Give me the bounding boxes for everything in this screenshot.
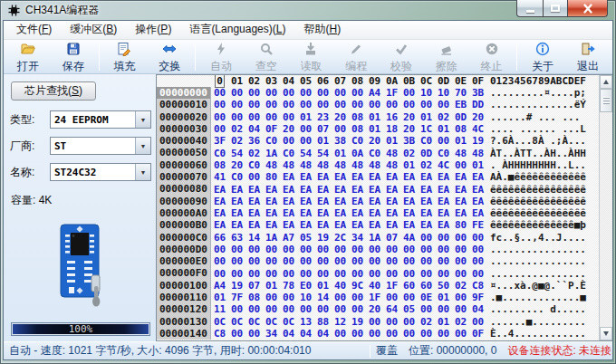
hex-row[interactable]: 000001300C0C0C0C0C1388121900000002010200…	[157, 316, 599, 328]
hex-byte: 48	[469, 148, 486, 159]
about-button[interactable]: 关于	[520, 42, 565, 72]
hex-byte: 00	[297, 244, 314, 255]
save-button[interactable]: 保存	[51, 42, 96, 72]
open-button[interactable]: 打开	[5, 42, 51, 72]
hex-row[interactable]: 00000080EAEAEAEAEAEAEAEAEAEAEAEAEAEAEAEA…	[157, 183, 599, 195]
window-title: CH341A编程器	[25, 3, 99, 18]
hex-byte: EA	[383, 184, 400, 196]
hex-column-label: 0C	[418, 75, 435, 87]
hex-byte: EA	[245, 207, 263, 219]
hex-byte: EA	[332, 219, 349, 231]
hex-row[interactable]: 000000600820C0484848484848484801024C0001…	[157, 159, 599, 171]
hex-row[interactable]: 000000100000000000000000000000000000EBDD…	[157, 99, 599, 110]
row-ascii: ?.6À...8À .;À...	[490, 135, 586, 147]
hex-byte: 01	[435, 123, 452, 135]
menu-item-2[interactable]: 操作(P)	[126, 20, 180, 40]
hex-grid[interactable]: 00102030405060708090A0B0C0D0E0F012345678…	[157, 75, 599, 340]
hex-byte: 48	[383, 148, 400, 159]
row-bytes: 0C0C0C0C0C1388121900000002010200	[210, 316, 486, 328]
vendor-select[interactable]: ST▼	[50, 137, 151, 155]
hex-byte: 00	[349, 255, 366, 267]
hex-byte: 00	[280, 255, 297, 267]
hex-byte: 00	[400, 255, 418, 267]
hex-row[interactable]: 000000C06663141AA705192C341A074A00000000…	[157, 232, 599, 244]
row-address: 000000B0	[157, 219, 210, 231]
hex-byte: 1A	[366, 232, 383, 244]
hex-byte: 7F	[228, 292, 245, 303]
hex-byte: 00	[418, 232, 435, 244]
chip-find-button[interactable]: 芯片查找(S)	[11, 81, 96, 101]
hex-editor: 00102030405060708090A0B0C0D0E0F012345678…	[156, 74, 612, 341]
scrollbar-thumb[interactable]	[600, 89, 612, 112]
row-ascii: È..4............	[490, 328, 586, 340]
hex-row[interactable]: 00000100A419070178E001409C401F60605002C8…	[157, 280, 599, 292]
vendor-label: 厂商:	[10, 139, 50, 154]
fill-button[interactable]: 填充	[102, 42, 148, 72]
hex-byte: 00	[297, 123, 314, 135]
hex-row[interactable]: 00000050C054021AC05454010AC048020DC04848…	[157, 147, 599, 158]
hex-row[interactable]: 000000D000000000000000000000000000000000…	[157, 244, 599, 255]
status-overwrite: 覆盖	[371, 343, 403, 359]
hex-byte: 00	[245, 244, 263, 255]
hex-row[interactable]: 000000B0EAEAEAEAEAEAEAEAEAEAEAEAEAEA80FE…	[157, 219, 599, 231]
hex-byte: 20	[469, 111, 486, 123]
client-area: 文件(F)缓冲区(B)操作(P)语言(Languages)(L)帮助(H) 打开…	[3, 20, 613, 360]
menu-item-4[interactable]: 帮助(H)	[294, 20, 350, 40]
hex-byte: 00	[263, 303, 280, 315]
maximize-button[interactable]	[543, 0, 567, 17]
program-icon	[349, 42, 363, 60]
name-select[interactable]: ST24C32▼	[50, 163, 151, 181]
hex-byte: 20	[366, 135, 383, 147]
close-button[interactable]	[567, 0, 608, 17]
scroll-up-button[interactable]	[600, 75, 612, 89]
hex-byte: 00	[452, 268, 469, 280]
verify-button: 校验	[379, 42, 424, 72]
hex-byte: 00	[332, 292, 349, 303]
hex-byte: 00	[400, 244, 418, 255]
hex-byte: 1C	[418, 123, 435, 135]
swap-button[interactable]: 交换	[147, 42, 192, 72]
hex-byte: EA	[228, 184, 245, 196]
row-bytes: 0820C0484848484848484801024C0001	[210, 159, 486, 171]
hex-column-label: 0A	[383, 75, 400, 87]
hex-byte: 04	[280, 328, 297, 340]
type-select[interactable]: 24 EEPROM▼	[50, 110, 151, 129]
hex-byte: 2C	[332, 232, 349, 244]
menu-item-3[interactable]: 语言(Languages)(L)	[180, 20, 294, 40]
hex-row[interactable]: 000000403F0236C000000138C020013BC0000119…	[157, 135, 599, 147]
menu-item-0[interactable]: 文件(F)	[7, 20, 61, 40]
hex-byte: EA	[280, 207, 297, 219]
hex-row[interactable]: 0000007041C00080EAEAEAEAEAEAEAEAEAEAEAEA…	[157, 171, 599, 183]
scroll-down-button[interactable]	[600, 327, 612, 340]
hex-byte: 05	[400, 303, 418, 315]
hex-row[interactable]: 0000012011000000000000000020640500000004…	[157, 303, 599, 315]
exit-button[interactable]: 退出	[565, 42, 611, 72]
row-address: 00000050	[157, 147, 210, 158]
hex-byte: 00	[332, 244, 349, 255]
hex-row[interactable]: 000000F000000000000000000000000000000000…	[157, 267, 599, 279]
hex-row[interactable]: 0000002000000000000123200801162001020D20…	[157, 111, 599, 123]
hex-row[interactable]: 000000300002040F20000700080118201C01084C…	[157, 123, 599, 135]
blank-check-button: 查空	[244, 42, 289, 72]
hex-byte: 0C	[263, 316, 280, 328]
row-address: 00000100	[157, 280, 210, 292]
hex-byte: 00	[263, 99, 280, 110]
hex-row[interactable]: 00000000000000000000000000A41F001010703B…	[157, 87, 599, 99]
hex-byte: 00	[469, 316, 486, 328]
hex-row[interactable]: 000000E000000000000000000000000000000000…	[157, 255, 599, 267]
hex-row[interactable]: 00000090EAEAEAEAEAEAEAEAEAEAEAEAEAEAEAEA…	[157, 196, 599, 207]
hex-byte: 00	[245, 268, 263, 280]
menu-item-1[interactable]: 缓冲区(B)	[61, 20, 126, 40]
hex-row[interactable]: 00000140C800003404040400000000000000000F…	[157, 328, 599, 340]
minimize-button[interactable]	[516, 0, 543, 17]
hex-byte: EA	[211, 219, 228, 231]
stop-icon	[485, 42, 499, 60]
hex-row[interactable]: 000000A0EAEAEAEAEAEAEAEAEAEAEAEAEAEAEAEA…	[157, 207, 599, 219]
scrollbar-track[interactable]	[600, 112, 612, 327]
hex-byte: 10	[418, 87, 435, 99]
hex-row[interactable]: 00000110017F080000101400001F00000E01009F…	[157, 292, 599, 303]
hex-byte: C0	[211, 148, 228, 159]
name-value: ST24C32	[51, 164, 135, 180]
hex-byte: 00	[332, 87, 349, 99]
row-ascii: êêêêêêêêêêêêêêêê	[490, 184, 586, 196]
